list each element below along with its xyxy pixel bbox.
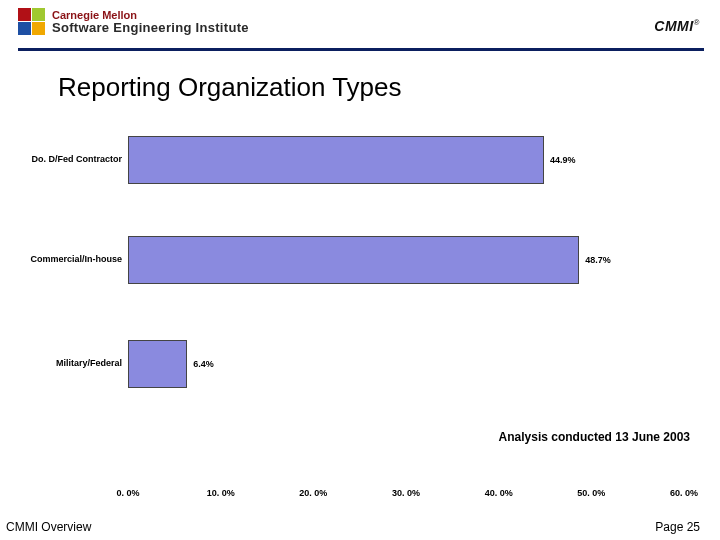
bar-row: Commercial/In-house48.7%: [0, 236, 720, 284]
logo-line2: Software Engineering Institute: [52, 21, 249, 34]
x-axis-tick: 10. 0%: [207, 488, 235, 498]
x-axis: 0. 0%10. 0%20. 0%30. 0%40. 0%50. 0%60. 0…: [0, 488, 720, 502]
bar-chart: Do. D/Fed Contractor44.9%Commercial/In-h…: [0, 120, 720, 480]
x-axis-tick: 30. 0%: [392, 488, 420, 498]
bar-value-label: 44.9%: [550, 155, 576, 165]
bar-fill: [128, 236, 579, 284]
page-title: Reporting Organization Types: [58, 72, 402, 103]
footer-section-title: CMMI Overview: [6, 520, 91, 534]
x-axis-tick: 20. 0%: [299, 488, 327, 498]
brand-label: CMMI®: [654, 18, 700, 34]
bar-category-label: Commercial/In-house: [0, 255, 122, 265]
logo-text: Carnegie Mellon Software Engineering Ins…: [52, 10, 249, 34]
bar-fill: [128, 340, 187, 388]
analysis-note: Analysis conducted 13 June 2003: [499, 430, 690, 444]
bar-row: Military/Federal6.4%: [0, 340, 720, 388]
x-axis-tick: 0. 0%: [116, 488, 139, 498]
x-axis-tick: 40. 0%: [485, 488, 513, 498]
footer-page-number: Page 25: [655, 520, 700, 534]
bar-fill: [128, 136, 544, 184]
bar-value-label: 48.7%: [585, 255, 611, 265]
header: Carnegie Mellon Software Engineering Ins…: [0, 0, 720, 54]
logo-block: Carnegie Mellon Software Engineering Ins…: [18, 8, 249, 36]
x-axis-tick: 50. 0%: [577, 488, 605, 498]
x-axis-tick: 60. 0%: [670, 488, 698, 498]
sei-logo-icon: [18, 8, 46, 36]
bar-row: Do. D/Fed Contractor44.9%: [0, 136, 720, 184]
bar-category-label: Do. D/Fed Contractor: [0, 155, 122, 165]
header-divider: [18, 48, 704, 51]
bar-category-label: Military/Federal: [0, 359, 122, 369]
bar-value-label: 6.4%: [193, 359, 214, 369]
